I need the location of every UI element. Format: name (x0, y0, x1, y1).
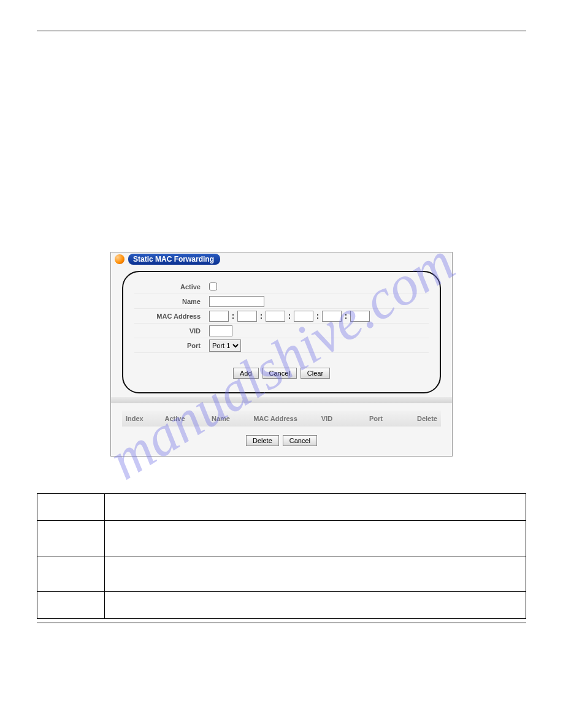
row-active: Active (134, 279, 429, 294)
row-port: Port Port 1 (134, 338, 429, 353)
mac-sep: : (287, 312, 292, 320)
row-mac: MAC Address : : : : : (134, 309, 429, 324)
th-name: Name (193, 415, 248, 422)
form-button-row: Add Cancel Clear (134, 368, 429, 379)
th-delete: Delete (400, 415, 437, 422)
mac-sep: : (231, 312, 236, 320)
label-vid: VID (134, 327, 209, 335)
th-index: Index (126, 415, 156, 422)
mac-input-4[interactable] (294, 311, 313, 322)
mac-input-2[interactable] (237, 311, 257, 322)
add-button[interactable]: Add (233, 368, 259, 379)
row-vid: VID (134, 324, 429, 338)
label-name: Name (134, 298, 209, 305)
label-mac: MAC Address (134, 313, 209, 320)
mac-sep: : (259, 312, 264, 320)
th-vid: VID (302, 415, 351, 422)
header-orb-icon (115, 254, 124, 264)
bottom-rule (37, 623, 526, 623)
th-active: Active (156, 415, 193, 422)
table-header-row: Index Active Name MAC Address VID Port D… (122, 411, 441, 427)
static-mac-forwarding-panel: Static MAC Forwarding Active Name MAC Ad… (110, 252, 453, 457)
form-container: Active Name MAC Address : : (122, 271, 441, 393)
bottom-button-row: Delete Cancel (111, 427, 452, 456)
label-port: Port (134, 342, 209, 349)
mac-input-6[interactable] (350, 311, 370, 322)
delete-button[interactable]: Delete (246, 435, 279, 446)
th-port: Port (351, 415, 400, 422)
port-select[interactable]: Port 1 (209, 339, 241, 352)
active-checkbox[interactable] (209, 282, 217, 290)
name-input[interactable] (209, 296, 264, 307)
label-active: Active (134, 283, 209, 290)
divider (111, 397, 452, 403)
cancel-button-2[interactable]: Cancel (283, 435, 317, 446)
mac-input-5[interactable] (322, 311, 342, 322)
mac-input-3[interactable] (266, 311, 285, 322)
th-mac: MAC Address (248, 415, 302, 422)
clear-button[interactable]: Clear (301, 368, 330, 379)
document-table (37, 493, 526, 619)
panel-header: Static MAC Forwarding (111, 252, 452, 266)
row-name: Name (134, 294, 429, 309)
mac-sep: : (315, 312, 320, 320)
panel-title: Static MAC Forwarding (128, 254, 220, 265)
cancel-button[interactable]: Cancel (262, 368, 297, 379)
mac-input-1[interactable] (209, 311, 229, 322)
mac-sep: : (343, 312, 348, 320)
vid-input[interactable] (209, 325, 232, 336)
top-rule (37, 31, 526, 31)
